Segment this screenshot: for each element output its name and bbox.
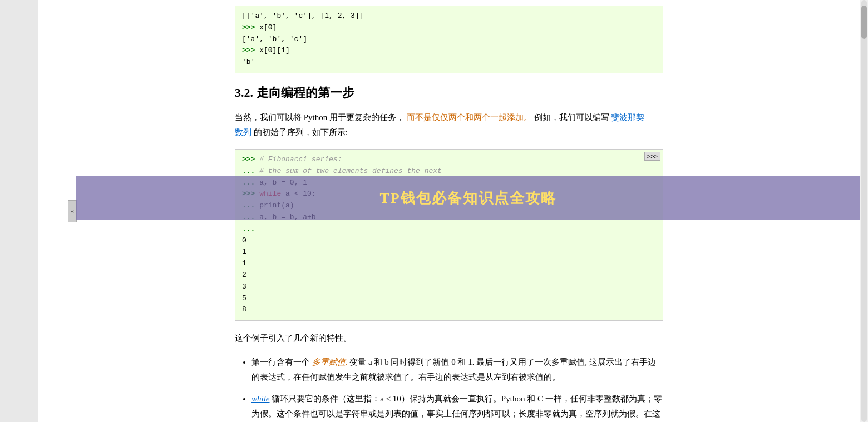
prev-code-cmd2: x[0][1]: [255, 46, 289, 54]
prev-code-cmd1: x[0]: [255, 23, 277, 32]
bullet2-after: 循环只要它的条件（这里指：a < 10）保持为真就会一直执行。Python 和 …: [251, 394, 663, 422]
prev-code-prompt1: >>>: [242, 23, 255, 32]
overlay-banner: TP钱包必备知识点全攻略: [76, 176, 860, 220]
code-out-5: 5: [242, 294, 246, 302]
features-list: 第一行含有一个 多重赋值. 变量 a 和 b 同时得到了新值 0 和 1. 最后…: [251, 355, 663, 422]
code-comment-2: # the sum of two elements defines the ne…: [259, 167, 442, 175]
prev-code-out1: ['a', 'b', 'c']: [242, 35, 307, 43]
intro-text-before: 当然，我们可以将 Python 用于更复杂的任务，: [235, 113, 405, 122]
summary-para: 这个例子引入了几个新的特性。: [235, 331, 663, 346]
prev-code-prompt2: >>>: [242, 46, 255, 54]
code-prompt-1: >>>: [242, 155, 255, 163]
code-out-3: 3: [242, 282, 246, 291]
code-comment-1: # Fibonacci series:: [259, 155, 342, 163]
scrollbar-thumb[interactable]: [861, 6, 867, 39]
list-item-1: 第一行含有一个 多重赋值. 变量 a 和 b 同时得到了新值 0 和 1. 最后…: [251, 355, 663, 385]
prev-code-line1: [['a', 'b', 'c'], [1, 2, 3]]: [242, 12, 363, 20]
code-out-8: 8: [242, 305, 246, 314]
fibonacci-code-block: >>> >>> # Fibonacci series: ... # the su…: [235, 149, 663, 321]
summary-text: 这个例子引入了几个新的特性。: [235, 334, 352, 342]
code-out-1b: 1: [242, 259, 246, 267]
scrollbar-track: [861, 0, 867, 422]
bullet2-while[interactable]: while: [251, 394, 270, 403]
code-dots-1: ...: [242, 167, 255, 175]
code-out-0: 0: [242, 236, 246, 245]
overlay-banner-text: TP钱包必备知识点全攻略: [379, 188, 556, 208]
code-dots-5: ...: [242, 225, 255, 233]
intro-text-end: 的初始子序列，如下所示:: [254, 128, 348, 137]
list-item-2: while 循环只要它的条件（这里指：a < 10）保持为真就会一直执行。Pyt…: [251, 391, 663, 422]
prev-code-block: [['a', 'b', 'c'], [1, 2, 3]] >>> x[0] ['…: [235, 6, 663, 73]
intro-orange-text[interactable]: 而不是仅仅两个和两个一起添加。: [407, 113, 532, 122]
code-out-2: 2: [242, 271, 246, 279]
left-sidebar: [0, 0, 38, 422]
bullet1-italic: 多重赋值.: [312, 358, 348, 366]
section-number: 3.2.: [235, 86, 253, 100]
chevron-left-icon: «: [71, 207, 74, 215]
code-out-1a: 1: [242, 247, 246, 256]
scrollbar[interactable]: [860, 0, 868, 422]
bullet1-before: 第一行含有一个: [251, 358, 312, 366]
section-title: 3.2. 走向编程的第一步: [235, 85, 663, 101]
intro-text-middle: 例如，我们可以编写: [534, 113, 611, 122]
intro-paragraph: 当然，我们可以将 Python 用于更复杂的任务， 而不是仅仅两个和两个一起添加…: [235, 110, 663, 140]
copy-button[interactable]: >>>: [644, 152, 660, 161]
section-title-text: 走向编程的第一步: [257, 86, 354, 100]
prev-code-out2: 'b': [242, 58, 255, 66]
